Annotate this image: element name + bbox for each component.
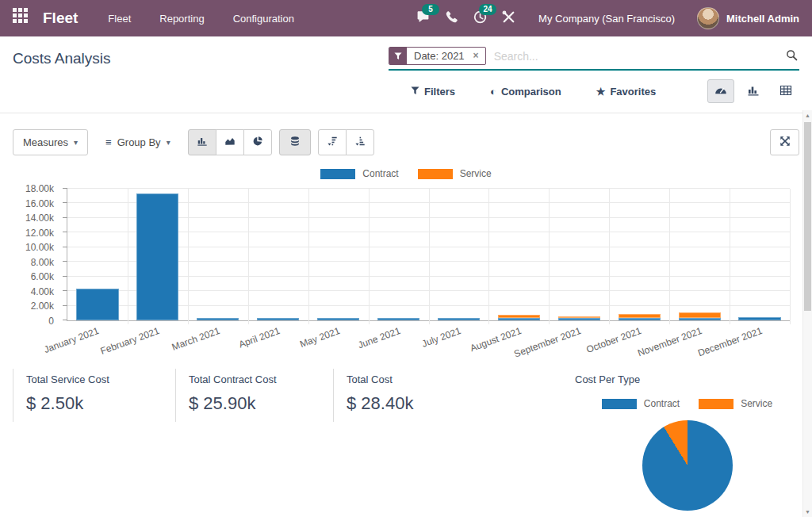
x-axis-label: November 2021 <box>636 325 703 358</box>
user-menu[interactable]: Mitchell Admin <box>697 7 799 29</box>
bar-october-2021[interactable] <box>609 189 669 320</box>
search-facet-date[interactable]: Date: 2021 × <box>389 47 486 65</box>
sort-amount-desc-icon <box>327 136 338 149</box>
bar-stack <box>619 189 661 320</box>
x-axis-label: October 2021 <box>585 325 643 355</box>
top-menu-item-reporting[interactable]: Reporting <box>159 13 204 25</box>
bar-segment-contract[interactable] <box>76 289 118 320</box>
bar-segment-contract[interactable] <box>738 317 780 320</box>
wrench-icon <box>502 10 515 26</box>
chart-type-group <box>188 129 272 155</box>
pie-chart[interactable] <box>642 420 733 511</box>
bar-april-2021[interactable] <box>248 189 308 320</box>
search-input[interactable] <box>486 48 784 65</box>
vertical-scrollbar[interactable]: ▲ ▼ <box>802 110 812 517</box>
bar-segment-contract[interactable] <box>679 318 721 320</box>
bar-chart: ContractService 02.00k4.00k6.00k8.00k10.… <box>13 168 799 362</box>
stat-total-cost[interactable]: Total Cost$ 28.40k <box>333 369 530 422</box>
activities-button[interactable]: 24 <box>465 6 494 31</box>
legend-item-service[interactable]: Service <box>418 168 492 179</box>
topbar-systray: 5 24 My Company (San Francisco) Mitchell… <box>408 6 799 31</box>
scrollbar-thumb[interactable] <box>804 122 811 311</box>
bar-segment-contract[interactable] <box>498 318 540 320</box>
tools-button[interactable] <box>494 6 523 31</box>
x-axis-label: March 2021 <box>170 325 220 353</box>
pie-chart-legend: ContractService <box>575 398 799 409</box>
top-menu: FleetReportingConfiguration <box>108 13 294 25</box>
scroll-down-icon[interactable]: ▼ <box>803 509 812 515</box>
bar-august-2021[interactable] <box>488 189 549 320</box>
legend-item-contract[interactable]: Contract <box>320 168 398 179</box>
app-brand[interactable]: Fleet <box>43 10 78 27</box>
bar-segment-contract[interactable] <box>257 318 299 320</box>
line-chart-mode-button[interactable] <box>216 129 244 155</box>
scroll-up-icon[interactable]: ▲ <box>803 113 812 118</box>
x-axis-label: May 2021 <box>298 325 341 350</box>
star-icon: ★ <box>596 86 606 98</box>
bar-march-2021[interactable] <box>188 189 248 320</box>
bar-july-2021[interactable] <box>429 189 489 320</box>
y-axis-tick: 4.00k <box>31 286 54 297</box>
bar-segment-contract[interactable] <box>377 318 419 320</box>
stacked-toggle-button[interactable] <box>279 129 311 155</box>
bar-january-2021[interactable] <box>67 189 128 320</box>
search-icon[interactable] <box>784 49 799 63</box>
filter-icon <box>411 86 419 98</box>
main-content: Measures ▾ ≡ Group By ▾ <box>0 129 812 511</box>
measures-button[interactable]: Measures ▾ <box>13 129 88 155</box>
filters-button[interactable]: Filters <box>406 85 460 98</box>
filter-icon <box>389 48 407 64</box>
bar-stack <box>257 189 299 320</box>
bar-november-2021[interactable] <box>669 189 730 320</box>
stat-label: Total Service Cost <box>26 373 163 385</box>
y-axis-tick: 16.00k <box>25 198 54 209</box>
bar-segment-contract[interactable] <box>619 318 661 320</box>
stat-total-service-cost[interactable]: Total Service Cost$ 2.50k <box>13 369 175 422</box>
sort-ascending-button[interactable] <box>346 129 374 155</box>
bar-june-2021[interactable] <box>369 189 429 320</box>
sort-amount-asc-icon <box>354 136 366 149</box>
sort-descending-button[interactable] <box>318 129 347 155</box>
stat-total-contract-cost[interactable]: Total Contract Cost$ 25.90k <box>175 369 333 422</box>
bar-february-2021[interactable] <box>128 189 188 320</box>
legend-label: Contract <box>644 398 680 409</box>
stat-value: $ 28.40k <box>347 393 518 414</box>
view-pivot-button[interactable] <box>772 79 799 103</box>
pie-section: Cost Per Type ContractService <box>575 369 799 511</box>
messages-button[interactable]: 5 <box>408 6 437 31</box>
favorites-button[interactable]: ★ Favorites <box>592 85 661 98</box>
bar-segment-contract[interactable] <box>317 318 359 320</box>
legend-item-service[interactable]: Service <box>699 398 772 409</box>
bar-segment-contract[interactable] <box>558 318 600 320</box>
bar-stack <box>317 189 359 320</box>
y-axis-tick: 14.00k <box>25 213 54 224</box>
bar-segment-contract[interactable] <box>136 193 178 320</box>
legend-swatch-service <box>699 399 733 409</box>
dashboard-stats-row: Total Service Cost$ 2.50kTotal Contract … <box>13 369 799 511</box>
y-axis-tick: 10.00k <box>25 242 54 253</box>
facet-label: Date: 2021 <box>407 48 472 64</box>
bar-chart-legend: ContractService <box>13 168 799 179</box>
bar-segment-contract[interactable] <box>438 318 480 320</box>
facet-remove-icon[interactable]: × <box>472 48 485 64</box>
comparison-button[interactable]: ◐ Comparison <box>485 85 566 98</box>
calls-button[interactable] <box>437 6 465 31</box>
bar-september-2021[interactable] <box>549 189 609 320</box>
bar-segment-contract[interactable] <box>197 318 239 320</box>
view-dashboard-button[interactable] <box>707 79 734 103</box>
company-switcher[interactable]: My Company (San Francisco) <box>534 12 680 25</box>
legend-item-contract[interactable]: Contract <box>602 398 680 409</box>
top-menu-item-configuration[interactable]: Configuration <box>233 13 294 25</box>
bars-icon: ≡ <box>105 136 112 148</box>
gauge-icon <box>714 84 727 99</box>
bar-chart-mode-button[interactable] <box>188 129 216 155</box>
group-by-button[interactable]: ≡ Group By ▾ <box>95 129 181 155</box>
apps-menu-icon[interactable] <box>13 8 33 29</box>
pie-chart-mode-button[interactable] <box>243 129 272 155</box>
expand-button[interactable] <box>770 129 799 155</box>
bar-may-2021[interactable] <box>308 189 369 320</box>
bar-december-2021[interactable] <box>730 189 790 320</box>
top-menu-item-fleet[interactable]: Fleet <box>108 13 131 25</box>
x-axis-label: September 2021 <box>513 325 583 360</box>
view-graph-button[interactable] <box>740 79 767 103</box>
